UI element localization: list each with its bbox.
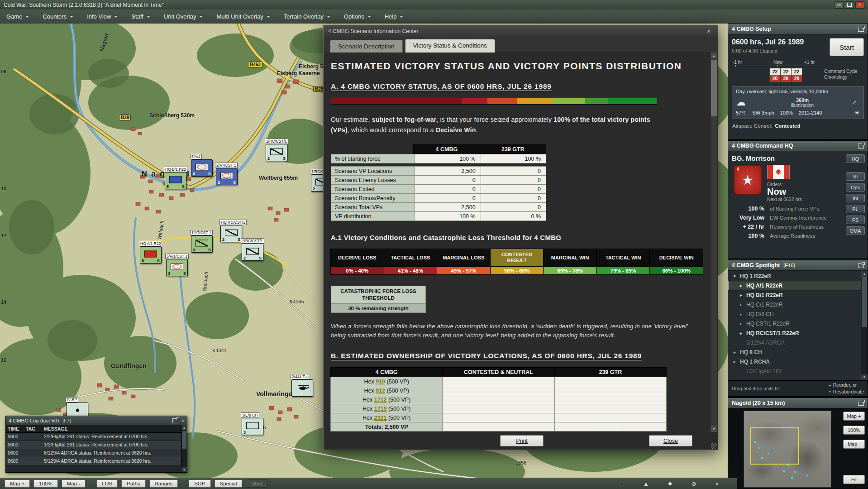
tab-scenario-description[interactable]: Scenario Description xyxy=(330,40,403,53)
hq-staff-button[interactable]: Int xyxy=(846,194,865,202)
dialog-scrollbar[interactable]: ▲ ▼ xyxy=(710,53,717,432)
minimap-header[interactable]: Nagold (20 x 15 km) xyxy=(728,398,868,408)
spotlight-header[interactable]: 4 CMBG Spotlight [F10] xyxy=(728,260,868,271)
unit-counter[interactable]: HQ A/1 R22 8S xyxy=(140,246,162,264)
hex-link[interactable]: 1712 xyxy=(374,397,387,403)
spotlight-unit[interactable]: ▸ HQ D/8 CH xyxy=(728,309,861,319)
log-row[interactable]: 0600 1/2/FlgAbt 261 status: Reinforcemen… xyxy=(6,441,181,449)
unit-counter[interactable]: 3/E/8 CH 3 xyxy=(242,418,263,435)
toolbar-button[interactable]: Special xyxy=(215,479,243,488)
scroll-up-icon[interactable]: ▲ xyxy=(711,53,717,59)
scroll-down-icon[interactable]: ▼ xyxy=(181,467,187,472)
hq-staff-button[interactable]: SI xyxy=(846,172,865,181)
user-button[interactable]: User xyxy=(246,479,267,488)
menu-item[interactable]: Unit Overlay xyxy=(164,13,203,20)
spotlight-unit[interactable]: 1/2/FlgAbt 261 xyxy=(728,366,861,376)
airspace-denied-icon[interactable]: ⊘ xyxy=(692,480,696,487)
hex-link[interactable]: 910 xyxy=(376,379,385,385)
tree-expander-icon[interactable]: ▸ xyxy=(740,283,746,288)
unit-counter[interactable]: HQ RC/CST/1 2S xyxy=(220,225,242,242)
spotlight-unit[interactable]: ▸ HQ 1 RCHA xyxy=(728,357,861,366)
hq-staff-button[interactable]: OMA xyxy=(846,226,865,235)
maximize-button[interactable] xyxy=(845,1,854,9)
hq-staff-button[interactable]: PL xyxy=(846,205,865,213)
spotlight-unit[interactable]: 5/129/4 ADRCA xyxy=(728,338,861,347)
unit-counter[interactable]: 5/A/1/CST 1 3S xyxy=(166,259,188,276)
toolbar-button[interactable]: Map - xyxy=(62,479,86,488)
minimap-button[interactable]: Fit xyxy=(843,475,865,484)
popout-icon[interactable] xyxy=(858,263,864,268)
unit-counter[interactable]: 2/AT/CST 1 2S xyxy=(216,168,238,185)
toolbar-button[interactable]: 100% xyxy=(33,479,57,488)
unit-counter[interactable]: 6/A/4 8S xyxy=(191,159,213,177)
unit-counter[interactable]: 2/RC/CST/1 2S xyxy=(242,244,263,261)
spotlight-unit[interactable]: ▸ HQ 8 CH xyxy=(728,347,861,357)
tree-expander-icon[interactable]: ▸ xyxy=(734,360,740,364)
minimap-button[interactable]: Map + xyxy=(843,412,865,421)
spotlight-unit[interactable]: ▸ HQ CST/1 R22eR xyxy=(728,319,861,328)
tree-expander-icon[interactable]: ▸ xyxy=(740,302,746,307)
scrollbar-thumb[interactable] xyxy=(182,431,186,449)
hq-staff-button[interactable]: FS xyxy=(846,216,865,224)
toolbar-button[interactable]: SOP xyxy=(189,479,210,488)
close-dialog-button[interactable]: Close xyxy=(649,435,692,446)
log-panel-header[interactable]: 4 CMBG Log (last 50) [F7] × xyxy=(6,416,187,425)
log-row[interactable]: 0600 6/129/4 ADRCA status: Reinforcement… xyxy=(6,449,181,457)
hq-staff-button[interactable]: HQ xyxy=(846,154,865,163)
toolbar-button[interactable]: LOS xyxy=(96,479,118,488)
close-icon[interactable]: × xyxy=(181,418,184,423)
start-button[interactable]: Start xyxy=(830,38,864,56)
cloud-cover-icon[interactable]: ● xyxy=(668,479,672,488)
unit-counter[interactable]: 2/444 Tac xyxy=(291,379,313,397)
minimize-button[interactable] xyxy=(835,1,844,9)
scroll-down-icon[interactable]: ▼ xyxy=(711,426,717,432)
hq-staff-button[interactable]: Ops xyxy=(846,183,865,192)
unit-counter[interactable]: 1/AT/CST 1 3S xyxy=(191,235,213,253)
close-icon[interactable]: × xyxy=(704,28,713,35)
menu-item[interactable]: Counters xyxy=(43,13,73,20)
log-scrollbar[interactable]: ▲ ▼ xyxy=(181,425,187,472)
minimap-viewport[interactable] xyxy=(750,427,799,465)
menu-item[interactable]: Staff xyxy=(131,13,150,20)
menu-item[interactable]: Multi-Unit Overlay xyxy=(216,13,270,20)
spotlight-unit[interactable]: ▸ HQ B/1 R22eR xyxy=(728,290,861,300)
print-button[interactable]: Print xyxy=(500,435,544,446)
clear-markers-icon[interactable]: × xyxy=(715,480,719,487)
scroll-down-icon[interactable]: ▼ xyxy=(861,374,868,380)
toolbar-button[interactable]: Paths xyxy=(121,479,145,488)
scrollbar-thumb[interactable] xyxy=(862,277,867,327)
tree-expander-icon[interactable]: ▸ xyxy=(740,321,746,326)
hex-link[interactable]: 2321 xyxy=(374,415,387,421)
popout-icon[interactable] xyxy=(858,401,864,406)
spotlight-scrollbar[interactable]: ▲ ▼ xyxy=(861,271,868,380)
menu-item[interactable]: Options xyxy=(344,13,371,20)
elevation-icon[interactable]: ▲ xyxy=(643,480,649,487)
log-row[interactable]: 0600 5/129/4 ADRCA status: Reinforcement… xyxy=(6,457,181,465)
scroll-up-icon[interactable]: ▲ xyxy=(181,425,187,430)
popout-icon[interactable] xyxy=(172,418,178,423)
minimap-button[interactable]: 100% xyxy=(843,426,865,435)
log-row[interactable]: 0600 2/2/FlgAbt 261 status: Reinforcemen… xyxy=(6,433,181,441)
menu-item[interactable]: Info View xyxy=(87,13,118,20)
dialog-titlebar[interactable]: 4 CMBG Scenario Information Center × xyxy=(324,25,718,37)
tree-expander-icon[interactable]: ▸ xyxy=(740,331,746,336)
tree-expander-icon[interactable]: ▸ xyxy=(740,293,746,297)
menu-item[interactable]: Terrain Overlay xyxy=(284,13,330,20)
tab-victory-status[interactable]: Victory Status & Conditions xyxy=(405,39,495,53)
resize-grip[interactable] xyxy=(711,443,717,449)
popout-icon[interactable] xyxy=(858,144,864,149)
tree-expander-icon[interactable]: ▾ xyxy=(734,274,740,278)
unit-counter[interactable]: HQ B/1 R22 8S xyxy=(165,172,186,189)
toolbar-button[interactable]: Ranges xyxy=(149,479,178,488)
spotlight-unit[interactable]: ▾ HQ 1 R22eR xyxy=(728,271,861,281)
command-hq-header[interactable]: 4 CMBG Command HQ xyxy=(728,141,868,151)
scroll-up-icon[interactable]: ▲ xyxy=(861,271,868,277)
popout-icon[interactable] xyxy=(858,27,864,32)
menu-item[interactable]: Game xyxy=(6,13,29,20)
spotlight-unit[interactable]: ▸ HQ C/1 R22eR xyxy=(728,300,861,309)
hex-link[interactable]: 812 xyxy=(376,388,385,394)
tree-expander-icon[interactable]: ▸ xyxy=(740,312,746,316)
close-button[interactable]: × xyxy=(855,1,864,9)
tree-expander-icon[interactable]: ▸ xyxy=(734,350,740,355)
scrollbar-thumb[interactable] xyxy=(711,60,717,116)
